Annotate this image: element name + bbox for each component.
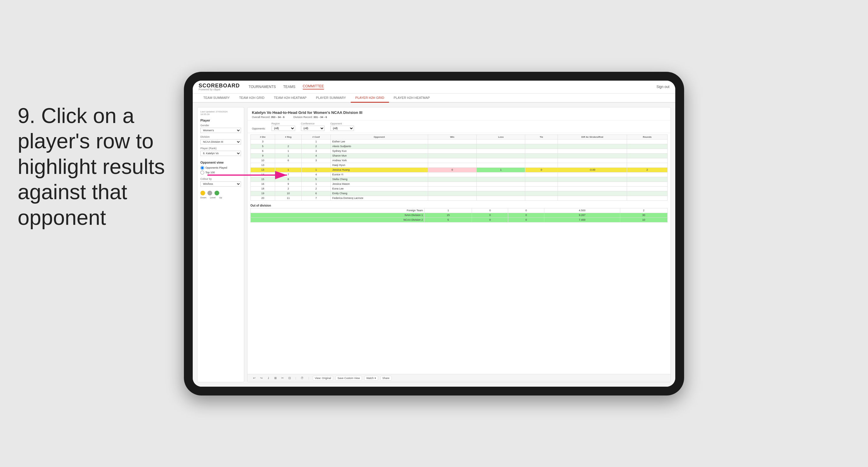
- colour-level-label: Level: [210, 196, 215, 199]
- top-100-option[interactable]: Top 100: [200, 171, 241, 175]
- colour-by-select[interactable]: Win/loss: [200, 181, 241, 187]
- right-panel: Katelyn Vo Head-to-Head Grid for Women's…: [247, 107, 671, 382]
- nav-tournaments[interactable]: TOURNAMENTS: [249, 85, 276, 89]
- th-tie: Tie: [525, 134, 558, 139]
- region-filter: Region (All): [272, 122, 295, 131]
- colour-up-label: Up: [219, 196, 222, 199]
- copy-btn[interactable]: ⊡: [287, 376, 292, 380]
- undo-btn[interactable]: ↩: [252, 376, 256, 380]
- sub-nav: TEAM SUMMARY TEAM H2H GRID TEAM H2H HEAT…: [193, 94, 675, 103]
- subnav-team-h2h-grid[interactable]: TEAM H2H GRID: [235, 94, 269, 103]
- region-label: Region: [272, 122, 295, 125]
- subnav-player-h2h-grid[interactable]: PLAYER H2H GRID: [351, 94, 389, 103]
- subnav-team-h2h-heatmap[interactable]: TEAM H2H HEATMAP: [269, 94, 311, 103]
- screen: SCOREBOARD Powered by clippd TOURNAMENTS…: [193, 81, 675, 387]
- save-custom-label: Save Custom View: [338, 377, 360, 380]
- summary-row[interactable]: NAIA Division 115009.26730: [251, 213, 668, 217]
- colour-by-label: Colour by: [200, 178, 241, 180]
- division-record-label: Division Record: 331 - 34 - 6: [293, 116, 327, 119]
- annotation-text: 9. Click on a player's row to highlight …: [18, 103, 170, 230]
- th-rounds: Rounds: [627, 134, 668, 139]
- nav-teams[interactable]: TEAMS: [283, 85, 295, 89]
- table-row[interactable]: 1822Euna Lee: [251, 186, 668, 191]
- overall-record-label: Overall Record: 353 - 34 - 6: [252, 116, 284, 119]
- region-select[interactable]: (All): [272, 126, 295, 131]
- table-row[interactable]: 914Sharon Mun: [251, 153, 668, 158]
- table-row[interactable]: 20117Federica Domecq Lacroze: [251, 196, 668, 200]
- main-content: Last Updated: 27/03/2024 16:55:28 Player…: [193, 103, 675, 387]
- gender-label: Gender: [200, 124, 241, 127]
- division-select[interactable]: NCAA Division III: [200, 139, 241, 145]
- nav-committee[interactable]: COMMITTEE: [303, 84, 324, 89]
- table-row[interactable]: 522Alexis Sudjianto: [251, 144, 668, 149]
- player-rank-label: Player (Rank): [200, 147, 241, 150]
- filters-row: Opponents: Region (All) Conference (All): [247, 120, 671, 133]
- watch-btn[interactable]: Watch ▾: [364, 376, 378, 380]
- table-row[interactable]: 1311Jessica Huang010-3.002: [251, 167, 668, 172]
- division-label: Division: [200, 135, 241, 138]
- opponent-label: Opponent: [331, 122, 354, 125]
- left-panel: Last Updated: 27/03/2024 16:55:28 Player…: [197, 107, 244, 382]
- th-diff: Diff Av Strokes/Rnd: [558, 134, 627, 139]
- conference-filter: Conference (All): [301, 122, 324, 131]
- table-row[interactable]: 1585Stella Cheng: [251, 177, 668, 182]
- clock-btn[interactable]: ⏱: [300, 376, 305, 380]
- table-row[interactable]: 613Sydney Kuo: [251, 149, 668, 153]
- logo-subtitle: Powered by clippd: [198, 88, 240, 91]
- watch-label: Watch ▾: [366, 377, 376, 380]
- refresh-btn[interactable]: ⤸: [266, 376, 271, 380]
- player-rank-select[interactable]: 8. Katelyn Vo: [200, 151, 241, 156]
- logo: SCOREBOARD Powered by clippd: [198, 83, 240, 91]
- subnav-player-summary[interactable]: PLAYER SUMMARY: [311, 94, 351, 103]
- device-frame: SCOREBOARD Powered by clippd TOURNAMENTS…: [184, 72, 684, 396]
- grid-records: Overall Record: 353 - 34 - 6 Division Re…: [252, 116, 666, 119]
- cut-btn[interactable]: ✂: [280, 376, 285, 380]
- summary-row[interactable]: Foreign Team1004.5002: [251, 208, 668, 213]
- table-row[interactable]: 1474Eunice Yi: [251, 172, 668, 177]
- th-div: # Div: [251, 134, 275, 139]
- summary-table: Foreign Team1004.5002NAIA Division 11500…: [250, 208, 668, 222]
- nav-links: TOURNAMENTS TEAMS COMMITTEE: [249, 84, 324, 89]
- table-row[interactable]: 19106Emily Chang: [251, 191, 668, 196]
- conference-select[interactable]: (All): [301, 126, 324, 131]
- grid-btn[interactable]: ⊞: [273, 376, 278, 380]
- grid-title: Katelyn Vo Head-to-Head Grid for Women's…: [252, 111, 666, 115]
- th-conf: # Conf: [302, 134, 331, 139]
- subnav-player-h2h-heatmap[interactable]: PLAYER H2H HEATMAP: [389, 94, 435, 103]
- opponents-label: Opponents:: [252, 127, 266, 130]
- save-custom-btn[interactable]: Save Custom View: [335, 376, 362, 380]
- table-row[interactable]: 13Haeji Hyun: [251, 163, 668, 167]
- table-row[interactable]: 1691Jessica Mason: [251, 182, 668, 186]
- gender-select[interactable]: Women's: [200, 128, 241, 133]
- summary-row[interactable]: NCAA Division 25007.40010: [251, 217, 668, 222]
- dot-up: [215, 191, 219, 195]
- redo-btn[interactable]: ↪: [259, 376, 264, 380]
- view-original-btn[interactable]: View: Original: [313, 376, 333, 380]
- colour-down-label: Down: [200, 196, 206, 199]
- table-row[interactable]: 1063Andrea York: [251, 158, 668, 163]
- logo-title: SCOREBOARD: [198, 83, 240, 88]
- opponent-view-label: Opponent view: [200, 161, 241, 164]
- opponent-select[interactable]: (All): [331, 126, 354, 131]
- grid-header: Katelyn Vo Head-to-Head Grid for Women's…: [247, 107, 671, 120]
- share-label: Share: [382, 377, 390, 380]
- opponent-view: Opponent view Opponents Played Top 100: [200, 161, 241, 175]
- th-win: Win: [428, 134, 476, 139]
- dot-down: [200, 191, 205, 195]
- colour-section: Colour by Win/loss Down Level Up: [200, 178, 241, 199]
- table-row[interactable]: 31Esther Lee: [251, 139, 668, 144]
- h2h-table: # Div # Reg # Conf Opponent Win Loss Tie…: [250, 134, 668, 201]
- share-btn[interactable]: Share: [380, 376, 392, 380]
- view-original-label: View: Original: [315, 377, 331, 380]
- subnav-team-summary[interactable]: TEAM SUMMARY: [198, 94, 235, 103]
- th-reg: # Reg: [275, 134, 301, 139]
- nav-sign-out[interactable]: Sign out: [656, 85, 670, 89]
- dot-level: [208, 191, 212, 195]
- bottom-toolbar: ↩ ↪ ⤸ ⊞ ✂ ⊡ | ⏱ | View: Original Save Cu…: [247, 374, 671, 382]
- out-of-division-label: Out of division: [250, 203, 668, 208]
- player-section-title: Player: [200, 119, 241, 122]
- colour-labels: Down Level Up: [200, 196, 241, 199]
- opponents-played-option[interactable]: Opponents Played: [200, 166, 241, 170]
- panel-timestamp: Last Updated: 27/03/2024 16:55:28: [200, 111, 241, 116]
- th-opp: Opponent: [331, 134, 428, 139]
